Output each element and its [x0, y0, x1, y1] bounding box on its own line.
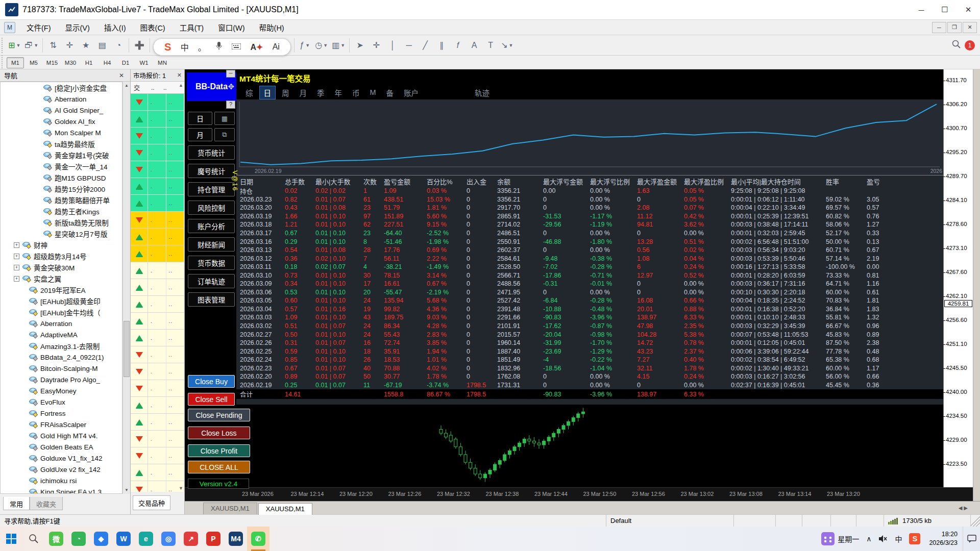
navigator-item[interactable]: Golden Beats EA [1, 441, 122, 453]
cursor-icon[interactable]: ➤ [352, 38, 368, 53]
market-watch-row[interactable]: ... [131, 447, 184, 464]
stats-table-row[interactable]: 2026.03.170.670.01 | 0.1023-64.40-2.52 %… [236, 229, 943, 238]
close-buy-button[interactable]: Close Buy [188, 375, 235, 388]
navigator-item[interactable]: AI Gold Sniper_ [1, 105, 122, 116]
market-watch-row[interactable]: ... [131, 397, 184, 414]
mt4-app-icon[interactable]: M4 [225, 527, 247, 551]
timeframe-d1[interactable]: D1 [117, 57, 134, 68]
navigator-item[interactable]: Fortress [1, 408, 122, 419]
whatsapp-app-icon[interactable]: ✆ [247, 527, 270, 551]
menu-item[interactable]: 工具(T) [173, 20, 211, 35]
navigator-item[interactable]: FRAisaScalper [1, 419, 122, 430]
chrome-app-icon[interactable]: ◎ [157, 527, 180, 551]
market-watch-row[interactable]: ... [131, 229, 184, 245]
navigator-item[interactable]: 跑M15 GBPUSD [1, 172, 122, 183]
market-watch-row[interactable]: ... [131, 279, 184, 296]
navigator-icon[interactable]: ★ [78, 38, 93, 53]
profiles-icon[interactable]: 🗗▼ [23, 38, 40, 53]
bbdata-minimize-button[interactable]: ─ [226, 70, 235, 78]
market-watch-column-header[interactable]: .. [160, 84, 181, 91]
navigator-item[interactable]: +实盘之翼 [1, 273, 122, 284]
new-chart-icon[interactable]: ⊞▼ [7, 38, 22, 53]
stats-tab-季[interactable]: 季 [313, 86, 329, 99]
resize-grip[interactable] [971, 515, 980, 527]
navigator-item[interactable]: BBdata_2.4_0922(1) [1, 352, 122, 363]
stats-table-row[interactable]: 持仓0.020.02 | 0.0211.090.03 %03356.210.00… [236, 187, 943, 195]
stats-table-row[interactable]: 2026.03.020.510.01 | 0.072486.344.28 %02… [236, 322, 943, 331]
templates-icon[interactable]: ▥▼ [330, 38, 347, 53]
stats-table-row[interactable]: 2026.03.181.210.01 | 0.1062227.519.15 %0… [236, 220, 943, 229]
market-watch-row[interactable]: ... [131, 161, 184, 178]
stats-table-row[interactable]: 2026.03.031.090.01 | 0.1043189.759.03 %0… [236, 313, 943, 322]
price-axis[interactable]: 4311.704306.204300.704295.204289.704284.… [943, 69, 973, 487]
stats-table-row[interactable]: 2026.03.060.530.01 | 0.1020-55.47-2.19 %… [236, 288, 943, 297]
strategy-tester-icon[interactable]: ◔ [111, 38, 126, 53]
stats-table-row[interactable]: 2026.03.050.600.01 | 0.1024135.945.68 %0… [236, 296, 943, 305]
ime-mode-icon[interactable]: 中 [181, 41, 189, 53]
navigator-item[interactable]: 星突破12月7号版 [1, 228, 122, 239]
close-loss-button[interactable]: Close Loss [188, 427, 250, 439]
sogou-input-toolbar[interactable]: S 中 。 A✦ Ai [153, 38, 291, 56]
stats-table-row[interactable]: 2026.03.200.430.01 | 0.082351.791.81 %02… [236, 204, 943, 212]
market-watch-row[interactable]: ... [131, 380, 184, 397]
market-watch-row[interactable]: ... [131, 481, 184, 492]
start-button[interactable] [0, 527, 22, 551]
chart-window[interactable]: BB-Data ─ ✥ ? 日 ▦ 月 ⧉ 货币统计魔号统计持仓管理风险控制账户… [185, 69, 980, 514]
trendline-icon[interactable]: ╱ [418, 38, 433, 53]
navigator-item[interactable]: 黄金穿越1号(突破 [1, 149, 122, 161]
sogou-logo-icon[interactable]: S [164, 41, 171, 53]
sogou-tray-icon[interactable]: S [909, 533, 920, 544]
fibonacci-icon[interactable]: 𝑓 [450, 38, 465, 53]
timeframe-grip[interactable] [2, 55, 5, 70]
menu-item[interactable]: 文件(F) [19, 20, 58, 35]
navigator-item[interactable]: +财神 [1, 239, 122, 251]
stats-tab-日[interactable]: 日 [259, 86, 276, 99]
stats-tab-月[interactable]: 月 [296, 86, 311, 99]
expand-icon[interactable]: + [14, 276, 19, 282]
periods-icon[interactable]: ◷▼ [313, 38, 329, 53]
bbdata-menu-7[interactable]: 货币数据 [188, 256, 235, 270]
timeframe-mn[interactable]: MN [154, 57, 171, 68]
market-watch-row[interactable]: ... [131, 296, 184, 313]
a-star-icon[interactable]: A✦ [250, 42, 263, 52]
market-watch-row[interactable]: ... [131, 262, 184, 279]
ime-indicator[interactable]: 中 [895, 534, 902, 544]
stats-table-row[interactable]: 2026.03.160.290.01 | 0.108-51.46-1.98 %0… [236, 237, 943, 246]
bbdata-menu-6[interactable]: 财经新闻 [188, 237, 235, 252]
volume-muted-icon[interactable] [878, 535, 888, 543]
market-watch-row[interactable]: ... [131, 431, 184, 447]
timeframe-m1[interactable]: M1 [7, 57, 24, 68]
stats-table-row[interactable]: 2026.02.190.250.01 | 0.0711-67.19-3.74 %… [236, 381, 943, 390]
bbdata-help-button[interactable]: ? [226, 101, 235, 109]
time-axis[interactable]: 23 Mar 202623 Mar 12:1423 Mar 12:2023 Ma… [185, 487, 973, 501]
navigator-item[interactable]: AdaptiveMA [1, 329, 122, 340]
market-watch-row[interactable]: ... [131, 94, 184, 111]
green-browser-app-icon[interactable]: ◔ [67, 527, 90, 551]
navigator-item[interactable]: 新版ta趋势无限制 [1, 217, 122, 228]
menu-item[interactable]: 显示(V) [58, 20, 97, 35]
close-profit-button[interactable]: Close Profit [188, 444, 250, 457]
navigator-item[interactable]: Aberration [1, 318, 122, 329]
close-button[interactable]: ✕ [957, 0, 980, 19]
navigator-item[interactable]: 2019年冠军EA [1, 284, 122, 295]
market-watch-row[interactable]: ... [131, 363, 184, 380]
bbdata-menu-1[interactable]: 货币统计 [188, 145, 235, 160]
timeframe-m30[interactable]: M30 [62, 57, 79, 68]
microphone-icon[interactable] [215, 41, 223, 53]
market-watch-symbols-tab[interactable]: 交易品种 [133, 495, 170, 510]
green-chat-app-icon[interactable]: 微 [45, 527, 67, 551]
timeframe-m5[interactable]: M5 [25, 57, 42, 68]
stats-tab-综[interactable]: 综 [241, 86, 257, 99]
close-pending-button[interactable]: Close Pending [188, 409, 250, 421]
navigator-item[interactable]: GoldUxe v2 fix_142 [1, 464, 122, 475]
navigator-item[interactable]: Daytrade Pro Algo_ [1, 374, 122, 385]
timeframe-h1[interactable]: H1 [80, 57, 97, 68]
market-watch-column-header[interactable]: .. [148, 84, 160, 91]
navigator-item[interactable]: Aberration [1, 93, 122, 105]
stats-table-row[interactable]: 2026.02.200.890.01 | 0.075030.771.78 %01… [236, 372, 943, 381]
scroll-up-icon[interactable]: ▲ [123, 82, 130, 89]
bbdata-move-icon[interactable]: ✥ [228, 82, 234, 91]
e-browser-app-icon[interactable]: e [135, 527, 157, 551]
close-all-button[interactable]: CLOSE ALL [188, 461, 250, 473]
navigator-item[interactable]: EasyMoney [1, 385, 122, 396]
